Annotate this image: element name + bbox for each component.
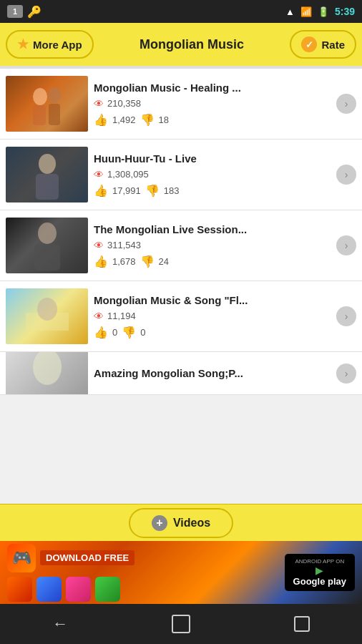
- thumb-up-icon: 👍: [94, 255, 108, 268]
- dislike-count: 0: [140, 327, 145, 338]
- thumb-overlay: [6, 147, 88, 203]
- svg-rect-3: [49, 104, 60, 125]
- rate-label: Rate: [321, 39, 345, 51]
- video-views: 👁 1,308,095: [94, 169, 331, 180]
- status-right: ▲ 📶 🔋 5:39: [285, 6, 355, 17]
- svg-rect-2: [33, 105, 46, 125]
- key-icon: 🔑: [27, 5, 41, 19]
- plus-icon: +: [152, 515, 167, 531]
- chevron-right-icon: ›: [336, 364, 356, 384]
- thumb-overlay: [6, 288, 88, 344]
- list-item[interactable]: The Mongolian Live Session... 👁 311,543 …: [0, 210, 362, 281]
- home-button[interactable]: [163, 611, 199, 637]
- video-views: 👁 311,543: [94, 240, 331, 251]
- thumb-overlay: [6, 76, 88, 132]
- svg-rect-5: [36, 174, 59, 200]
- ad-download-text: DOWNLOAD FREE: [40, 550, 134, 565]
- like-count: 0: [112, 327, 117, 338]
- video-info: Amazing Mongolian Song;P...: [88, 367, 336, 380]
- chevron-right-icon: ›: [336, 94, 356, 114]
- thumb-up-icon: 👍: [94, 326, 108, 339]
- eye-icon: 👁: [94, 311, 104, 322]
- video-list: Mongolian Music - Healing ... 👁 210,358 …: [0, 69, 362, 504]
- thumb-down-icon: 👎: [140, 255, 155, 268]
- dislike-count: 24: [159, 256, 169, 267]
- video-title: Mongolian Music - Healing ...: [94, 82, 331, 94]
- video-views: 👁 11,194: [94, 311, 331, 322]
- videos-tab-button[interactable]: + Videos: [129, 508, 233, 538]
- thumb-up-icon: 👍: [94, 113, 108, 127]
- status-icon: 1: [7, 5, 23, 18]
- video-views: 👁 210,358: [94, 98, 331, 109]
- svg-point-6: [38, 223, 57, 244]
- list-item[interactable]: Mongolian Music & Song "Fl... 👁 11,194 👍…: [0, 281, 362, 352]
- videos-label: Videos: [173, 517, 210, 530]
- top-bar: ★ More App Mongolian Music ✓ Rate: [0, 23, 362, 66]
- video-title: Huun-Huur-Tu - Live: [94, 152, 331, 165]
- recents-button[interactable]: [284, 611, 320, 637]
- thumb-overlay: [6, 352, 88, 395]
- video-votes: 👍 0 👎 0: [94, 326, 331, 339]
- view-count: 11,194: [107, 311, 136, 321]
- eye-icon: 👁: [94, 98, 104, 109]
- status-left: 1 🔑: [7, 5, 41, 19]
- like-count: 17,991: [112, 185, 141, 196]
- svg-point-4: [39, 154, 56, 174]
- home-icon: [172, 615, 190, 633]
- store-text: ANDROID APP ON: [295, 558, 344, 565]
- play-logo-icon: ▶: [315, 565, 323, 576]
- recents-icon: [294, 616, 310, 632]
- video-votes: 👍 1,492 👎 18: [94, 113, 331, 127]
- thumb-down-icon: 👎: [122, 326, 136, 339]
- list-item[interactable]: Mongolian Music - Healing ... 👁 210,358 …: [0, 69, 362, 140]
- ad-banner[interactable]: 🎮 DOWNLOAD FREE ANDROID APP ON ▶ Google …: [0, 541, 362, 604]
- back-icon: ←: [52, 615, 68, 633]
- thumb-down-icon: 👎: [140, 113, 155, 127]
- thumb-down-icon: 👎: [145, 184, 160, 197]
- chevron-right-icon: ›: [336, 235, 356, 255]
- svg-point-9: [37, 298, 57, 321]
- thumb-up-icon: 👍: [94, 184, 108, 197]
- more-app-label: More App: [33, 39, 82, 51]
- more-app-button[interactable]: ★ More App: [6, 30, 94, 59]
- video-info: Huun-Huur-Tu - Live 👁 1,308,095 👍 17,991…: [88, 152, 336, 197]
- dislike-count: 183: [164, 185, 180, 196]
- check-icon: ✓: [301, 36, 317, 52]
- chevron-right-icon: ›: [336, 165, 356, 185]
- thumb-overlay: [6, 218, 88, 273]
- svg-point-0: [33, 88, 47, 105]
- video-title: The Mongolian Live Session...: [94, 223, 331, 236]
- video-thumbnail: [6, 352, 88, 395]
- svg-point-1: [48, 87, 61, 103]
- view-count: 1,308,095: [107, 169, 149, 180]
- dislike-count: 18: [159, 114, 169, 125]
- video-info: The Mongolian Live Session... 👁 311,543 …: [88, 223, 336, 268]
- video-thumbnail: [6, 76, 88, 132]
- list-item[interactable]: Amazing Mongolian Song;P... ›: [0, 352, 362, 395]
- app-title: Mongolian Music: [94, 37, 290, 52]
- video-info: Mongolian Music - Healing ... 👁 210,358 …: [88, 82, 336, 127]
- video-info: Mongolian Music & Song "Fl... 👁 11,194 👍…: [88, 294, 336, 339]
- video-thumbnail: [6, 288, 88, 344]
- bottom-tab-bar: + Videos: [0, 504, 362, 541]
- google-play-button[interactable]: ANDROID APP ON ▶ Google play: [285, 554, 355, 591]
- svg-point-10: [33, 352, 62, 385]
- rate-button[interactable]: ✓ Rate: [290, 30, 356, 59]
- like-count: 1,678: [112, 256, 136, 267]
- star-icon: ★: [17, 36, 29, 52]
- video-thumbnail: [6, 147, 88, 203]
- video-title: Mongolian Music & Song "Fl...: [94, 294, 331, 307]
- list-item[interactable]: Huun-Huur-Tu - Live 👁 1,308,095 👍 17,991…: [0, 140, 362, 210]
- time-display: 5:39: [335, 6, 355, 17]
- eye-icon: 👁: [94, 169, 104, 180]
- eye-icon: 👁: [94, 240, 104, 251]
- signal-icon: 📶: [300, 6, 312, 17]
- view-count: 311,543: [107, 240, 141, 250]
- nav-bar: ←: [0, 604, 362, 644]
- like-count: 1,492: [112, 114, 136, 125]
- battery-icon: 🔋: [318, 6, 329, 17]
- wifi-icon: ▲: [285, 6, 295, 17]
- video-votes: 👍 17,991 👎 183: [94, 184, 331, 197]
- ad-content: 🎮 DOWNLOAD FREE ANDROID APP ON ▶ Google …: [0, 544, 362, 602]
- back-button[interactable]: ←: [42, 611, 78, 637]
